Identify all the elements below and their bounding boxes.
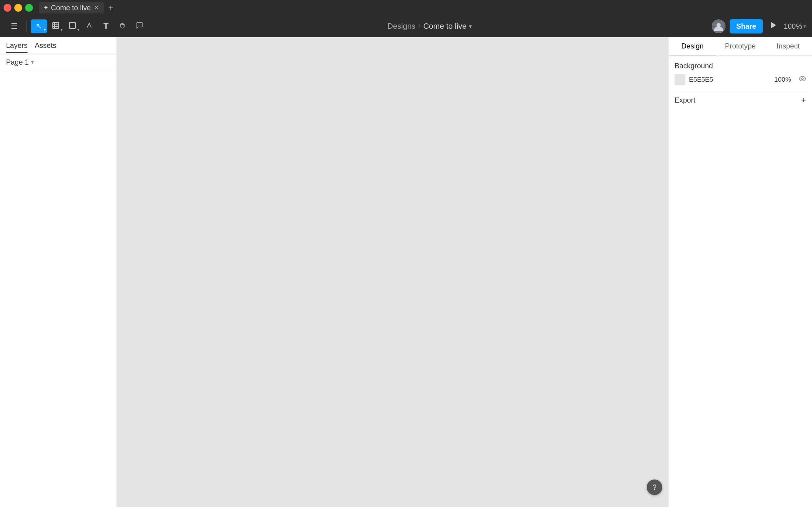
hand-tool-button[interactable] (115, 19, 131, 33)
page-selector-label: Page 1 (6, 58, 29, 66)
shape-tool-button[interactable]: ▾ (64, 19, 81, 33)
frame-tool-chevron: ▾ (60, 27, 62, 32)
breadcrumb-file-name: Come to live (423, 21, 467, 31)
left-sidebar: Layers Assets Page 1 ▾ (0, 37, 117, 507)
svg-marker-9 (771, 22, 776, 28)
select-tool-button[interactable]: ↖ ▾ (31, 19, 47, 33)
export-add-button[interactable]: + (801, 96, 806, 105)
breadcrumb: Designs / Come to live ▾ (388, 21, 472, 31)
background-section-header: Background (674, 62, 806, 70)
shape-tool-chevron: ▾ (77, 27, 79, 32)
background-visibility-button[interactable] (799, 75, 806, 84)
toolbar-center: Designs / Come to live ▾ (150, 21, 709, 31)
user-avatar[interactable] (712, 19, 725, 33)
right-panel-tabs: Design Prototype Inspect (669, 37, 812, 56)
pen-icon (86, 21, 93, 31)
background-color-hex[interactable]: E5E5E5 (689, 76, 771, 83)
hand-icon (119, 21, 126, 31)
title-bar: ✦ Come to live ✕ + (0, 0, 812, 15)
tab-prototype[interactable]: Prototype (716, 37, 764, 56)
svg-point-10 (802, 78, 803, 79)
window-maximize-button[interactable] (25, 4, 33, 12)
tab-file-icon: ✦ (43, 4, 49, 12)
breadcrumb-chevron-icon: ▾ (469, 23, 472, 30)
right-panel-content: Background E5E5E5 100% Export + (669, 56, 812, 507)
page-selector[interactable]: Page 1 ▾ (0, 54, 116, 70)
svg-rect-5 (69, 22, 75, 29)
background-color-opacity[interactable]: 100% (774, 76, 795, 83)
export-section-header: Export + (674, 96, 806, 105)
window-controls (4, 4, 33, 12)
tab-inspect[interactable]: Inspect (764, 37, 812, 56)
play-button[interactable] (767, 19, 780, 34)
new-tab-button[interactable]: + (106, 3, 115, 12)
select-icon: ↖ (36, 21, 42, 31)
breadcrumb-designs[interactable]: Designs (388, 21, 416, 31)
comment-icon (136, 21, 143, 31)
menu-icon: ☰ (11, 21, 18, 31)
select-tool-chevron: ▾ (44, 27, 46, 32)
svg-rect-0 (53, 22, 59, 29)
menu-button[interactable]: ☰ (6, 19, 22, 33)
text-icon: T (103, 21, 108, 31)
main-layout: Layers Assets Page 1 ▾ ? Design Prototyp… (0, 37, 812, 507)
tab-item[interactable]: ✦ Come to live ✕ (39, 2, 104, 13)
tab-design[interactable]: Design (669, 37, 716, 56)
zoom-chevron-icon: ▾ (803, 23, 806, 30)
comment-tool-button[interactable] (132, 19, 148, 33)
pen-tool-button[interactable] (81, 19, 97, 33)
window-minimize-button[interactable] (14, 4, 22, 12)
canvas-area[interactable]: ? (117, 37, 668, 507)
share-button[interactable]: Share (730, 19, 763, 34)
export-divider (674, 91, 806, 91)
window-close-button[interactable] (4, 4, 11, 12)
left-sidebar-tabs: Layers Assets (0, 37, 116, 54)
page-selector-chevron-icon: ▾ (31, 59, 34, 65)
tab-close-button[interactable]: ✕ (93, 4, 100, 12)
zoom-level: 100% (784, 22, 802, 31)
zoom-control[interactable]: 100% ▾ (784, 22, 806, 31)
breadcrumb-separator: / (418, 22, 420, 30)
tool-group-tools: ↖ ▾ ▾ ▾ (31, 19, 148, 33)
svg-point-6 (89, 23, 90, 24)
tab-title: Come to live (51, 4, 91, 12)
background-color-swatch[interactable] (674, 74, 686, 85)
tab-layers[interactable]: Layers (6, 39, 28, 53)
frame-tool-button[interactable]: ▾ (48, 19, 64, 33)
shape-icon (69, 21, 76, 31)
right-panel: Design Prototype Inspect Background E5E5… (668, 37, 812, 507)
help-button[interactable]: ? (647, 480, 662, 495)
export-section-title: Export (674, 96, 695, 104)
background-section-title: Background (674, 62, 713, 70)
frame-icon (52, 21, 59, 31)
background-row: E5E5E5 100% (674, 74, 806, 85)
export-section: Export + (674, 91, 806, 105)
toolbar-right: Share 100% ▾ (712, 19, 806, 34)
toolbar: ☰ ↖ ▾ ▾ (0, 15, 812, 37)
tab-area: ✦ Come to live ✕ + (39, 2, 808, 13)
tab-assets[interactable]: Assets (35, 39, 56, 53)
breadcrumb-current-file[interactable]: Come to live ▾ (423, 21, 472, 31)
text-tool-button[interactable]: T (98, 19, 114, 33)
tool-group-main: ☰ (6, 19, 22, 33)
